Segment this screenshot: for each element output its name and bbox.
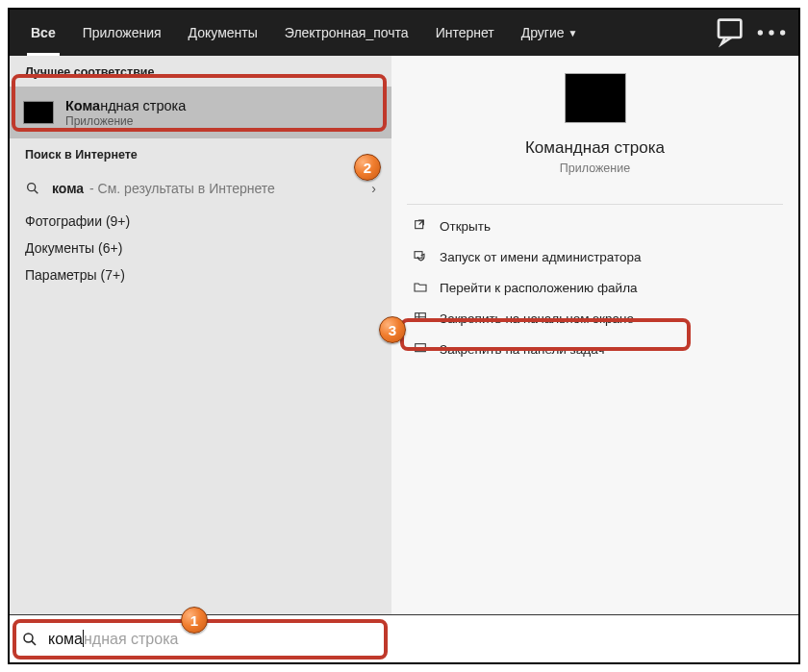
photos-section[interactable]: Фотографии (9+) [10,208,391,235]
divider [407,204,783,205]
svg-point-2 [769,30,773,35]
best-match-title: Командная строка [65,98,186,113]
feedback-icon[interactable] [714,10,752,56]
svg-rect-9 [416,344,426,352]
start-search-window: Все Приложения Документы Электронная_поч… [8,8,800,664]
search-typed-text: кома [48,631,83,647]
pin-start-icon [413,311,428,326]
action-pin-to-taskbar-label: Закрепить на панели задач [440,342,604,357]
best-match-title-hl: Кома [65,98,100,113]
web-search-term: кома - См. результаты в Интернете [52,181,275,196]
pin-taskbar-icon [413,341,428,357]
search-bar[interactable]: командная строка [10,614,798,662]
svg-line-12 [32,640,36,644]
search-icon [21,631,38,648]
tab-documents[interactable]: Документы [175,10,271,56]
admin-shield-icon [413,249,428,264]
annotation-badge-1: 1 [181,607,208,634]
web-term-hl: кома [52,181,84,196]
open-icon [413,218,428,234]
tab-apps[interactable]: Приложения [69,10,175,56]
action-pin-to-start[interactable]: Закрепить на начальном экране [391,303,798,334]
app-thumbnail-icon [23,101,54,124]
action-pin-to-start-label: Закрепить на начальном экране [440,311,634,326]
search-icon [25,181,40,196]
best-match-item[interactable]: Командная строка Приложение [10,87,391,138]
search-autocomplete-ghost: ндная строка [84,631,178,647]
chevron-right-icon: › [371,181,376,196]
tab-all[interactable]: Все [17,10,69,56]
tab-more-label: Другие [521,25,565,40]
action-run-as-admin-label: Запуск от имени администратора [440,250,642,264]
svg-line-5 [35,190,38,194]
best-match-header: Лучшее соответствие [10,56,391,87]
tab-email[interactable]: Электронная_почта [271,10,422,56]
best-match-subtitle: Приложение [65,114,186,128]
settings-section[interactable]: Параметры (7+) [10,261,391,288]
search-input[interactable]: командная строка [48,630,178,648]
action-open-label: Открыть [440,219,491,234]
annotation-badge-3: 3 [379,316,406,343]
web-search-row[interactable]: кома - См. результаты в Интернете › [10,169,391,208]
more-options-icon[interactable] [752,10,791,56]
chevron-down-icon: ▼ [568,28,578,38]
best-match-title-rest: ндная строка [100,98,186,113]
svg-point-1 [758,30,763,35]
action-open[interactable]: Открыть [391,211,798,241]
action-pin-to-taskbar[interactable]: Закрепить на панели задач [391,334,798,364]
svg-point-3 [780,30,785,35]
svg-point-11 [24,634,33,642]
web-term-sub: - См. результаты в Интернете [86,181,275,196]
tab-more[interactable]: Другие ▼ [508,10,592,56]
svg-point-4 [28,184,36,191]
svg-rect-7 [415,252,422,259]
tab-internet[interactable]: Интернет [422,10,508,56]
preview-app-icon [565,73,626,123]
preview-title: Командная строка [391,138,798,158]
annotation-badge-2: 2 [354,154,381,181]
action-run-as-admin[interactable]: Запуск от имени администратора [391,241,798,272]
folder-icon [413,280,428,295]
web-header: Поиск в Интернете [10,138,391,169]
documents-section[interactable]: Документы (6+) [10,235,391,261]
action-open-file-location-label: Перейти к расположению файла [440,281,638,295]
results-list: Лучшее соответствие Командная строка При… [10,56,391,615]
svg-rect-0 [719,20,741,37]
action-open-file-location[interactable]: Перейти к расположению файла [391,272,798,303]
preview-subtitle: Приложение [391,162,798,175]
search-scope-tabs: Все Приложения Документы Электронная_поч… [10,10,798,56]
best-match-text: Командная строка Приложение [65,98,186,128]
preview-panel: Командная строка Приложение Открыть Запу… [391,56,798,615]
